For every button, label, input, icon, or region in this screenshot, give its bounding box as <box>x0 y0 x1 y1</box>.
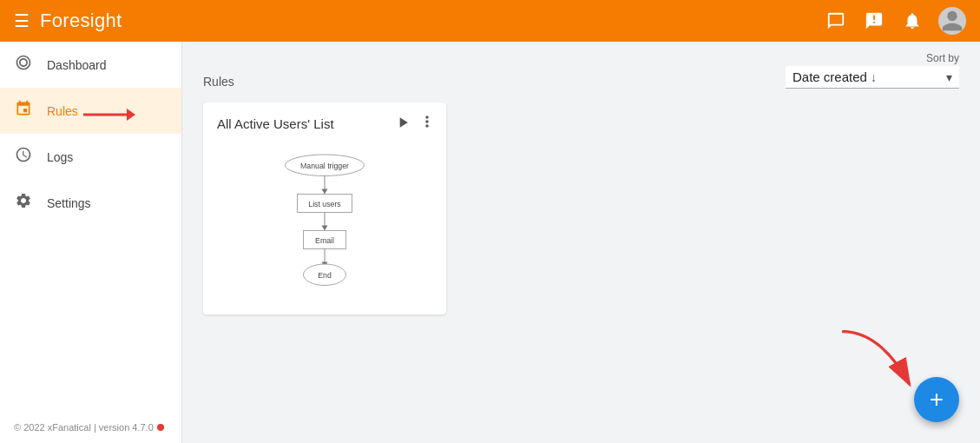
sort-direction-icon: ↓ <box>871 70 877 84</box>
content-area: Rules Sort by Date created ↓ ▾ <box>182 42 980 443</box>
app-title: Foresight <box>40 10 122 32</box>
svg-text:End: End <box>318 271 332 280</box>
header-right <box>824 7 966 35</box>
svg-marker-3 <box>322 188 328 194</box>
svg-text:Email: Email <box>315 236 334 245</box>
app-header: ☰ Foresight <box>0 0 980 42</box>
version-status-dot <box>157 424 164 431</box>
sidebar-item-settings-label: Settings <box>47 196 91 210</box>
rule-card-title: All Active Users' List <box>217 116 334 131</box>
svg-text:List users: List users <box>308 200 341 208</box>
flow-diagram: Manual trigger List users <box>220 149 429 301</box>
sidebar-item-dashboard[interactable]: Dashboard <box>0 42 181 88</box>
sort-by-label: Sort by <box>926 52 959 64</box>
add-fab-button[interactable]: + <box>914 377 959 422</box>
sort-chevron-icon: ▾ <box>946 70 952 84</box>
sort-dropdown-left: Date created ↓ <box>793 69 877 84</box>
play-button[interactable] <box>394 114 411 135</box>
fab-icon: + <box>930 387 944 412</box>
avatar[interactable] <box>938 7 966 35</box>
content-header: Rules Sort by Date created ↓ ▾ <box>182 42 980 96</box>
sidebar-item-settings[interactable]: Settings <box>0 180 181 226</box>
sidebar-item-dashboard-label: Dashboard <box>47 58 107 72</box>
breadcrumb: Rules <box>203 75 234 89</box>
footer-text: © 2022 xFanatical | version 4.7.0 <box>14 422 154 433</box>
rule-card-header: All Active Users' List <box>203 102 446 142</box>
chat-icon[interactable] <box>824 9 848 33</box>
main-layout: Dashboard Rules Logs Settings © 2022 xFa… <box>0 42 980 443</box>
more-options-button[interactable] <box>418 113 436 135</box>
content-wrapper: Rules Sort by Date created ↓ ▾ <box>182 42 980 443</box>
sort-value: Date created <box>793 69 867 84</box>
feedback-icon[interactable] <box>862 9 886 33</box>
dashboard-icon <box>14 54 33 76</box>
sort-dropdown[interactable]: Date created ↓ ▾ <box>786 66 959 89</box>
rule-card-actions <box>394 113 436 135</box>
logs-icon <box>14 146 33 168</box>
rules-icon <box>14 100 33 122</box>
sidebar-item-rules-label: Rules <box>47 104 78 118</box>
bell-icon[interactable] <box>900 9 924 33</box>
sidebar-item-logs-label: Logs <box>47 150 73 164</box>
sidebar: Dashboard Rules Logs Settings © 2022 xFa… <box>0 42 182 443</box>
flowchart: Manual trigger List users <box>203 142 446 314</box>
svg-text:Manual trigger: Manual trigger <box>300 162 349 170</box>
sort-area: Sort by Date created ↓ ▾ <box>786 52 959 89</box>
svg-marker-7 <box>322 225 328 230</box>
sidebar-item-logs[interactable]: Logs <box>0 134 181 180</box>
cards-area: All Active Users' List <box>182 96 980 443</box>
rules-arrow-indicator <box>83 108 135 122</box>
menu-icon[interactable]: ☰ <box>14 10 30 31</box>
sidebar-item-rules[interactable]: Rules <box>0 88 181 134</box>
settings-icon <box>14 192 33 214</box>
rule-card: All Active Users' List <box>203 102 446 314</box>
sidebar-footer: © 2022 xFanatical | version 4.7.0 <box>0 412 181 443</box>
